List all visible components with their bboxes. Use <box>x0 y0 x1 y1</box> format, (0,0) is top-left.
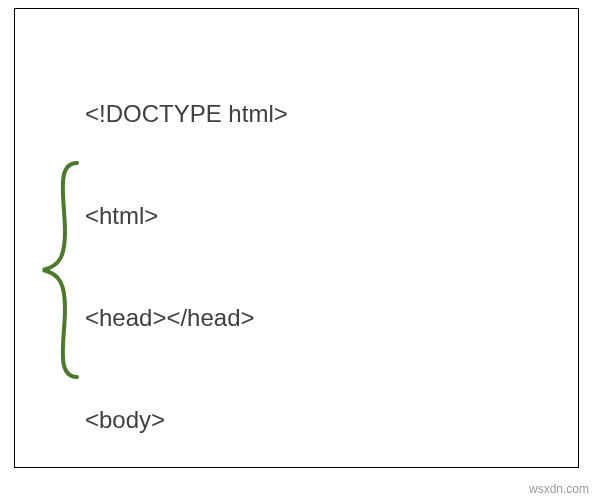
code-line-4: <body> <box>85 403 441 437</box>
code-block: <!DOCTYPE html> <html> <head></head> <bo… <box>85 29 441 502</box>
code-line-2: <html> <box>85 199 441 233</box>
curly-brace-icon <box>35 161 85 379</box>
code-line-1: <!DOCTYPE html> <box>85 97 441 131</box>
code-frame: <!DOCTYPE html> <html> <head></head> <bo… <box>14 8 579 468</box>
code-line-3: <head></head> <box>85 301 441 335</box>
watermark-text: wsxdn.com <box>529 482 589 496</box>
